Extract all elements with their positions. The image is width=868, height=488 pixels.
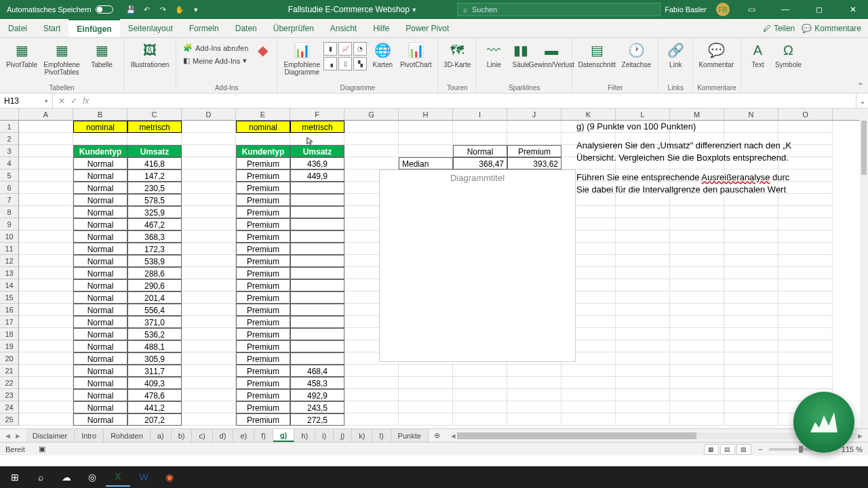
row-header[interactable]: 20 — [0, 352, 19, 365]
cell[interactable]: Premium — [236, 340, 290, 352]
row-header[interactable]: 15 — [0, 291, 19, 304]
cell[interactable]: Kundentyp — [236, 145, 290, 157]
column-header[interactable]: F — [290, 108, 344, 120]
cell[interactable]: Normal — [73, 401, 127, 413]
cell[interactable]: 147,2 — [127, 169, 182, 182]
sheet-tab[interactable]: b) — [172, 429, 193, 442]
close-button[interactable]: ✕ — [841, 0, 865, 19]
undo-icon[interactable]: ↶ — [142, 4, 153, 15]
text-button[interactable]: AText — [745, 39, 771, 68]
cell[interactable]: 409,3 — [127, 377, 182, 389]
column-header[interactable]: M — [670, 108, 724, 120]
row-headers[interactable]: 1234567891011121314151617181920212223242… — [0, 121, 19, 426]
cell[interactable]: Premium — [236, 157, 290, 169]
column-header[interactable]: D — [182, 108, 236, 120]
cell[interactable]: Premium — [236, 206, 290, 218]
row-header[interactable]: 4 — [0, 157, 19, 169]
dropdown-icon[interactable]: ▾ — [191, 4, 201, 15]
column-header[interactable]: K — [561, 108, 616, 120]
cell[interactable]: 243,5 — [290, 401, 344, 413]
cell[interactable] — [290, 218, 344, 230]
row-header[interactable]: 6 — [0, 182, 19, 194]
scroll-left-icon[interactable]: ◄ — [450, 432, 457, 440]
firefox-taskbar-icon[interactable]: ◉ — [157, 468, 182, 487]
get-addins-button[interactable]: 🧩Add-Ins abrufen — [180, 42, 251, 54]
cell[interactable]: 288,6 — [127, 267, 182, 279]
cell[interactable]: Premium — [236, 194, 290, 206]
cell[interactable]: Normal — [73, 206, 127, 218]
fx-icon[interactable]: fx — [83, 96, 89, 106]
cell[interactable]: Normal — [73, 255, 127, 267]
cell[interactable]: 436,9 — [290, 157, 344, 169]
user-avatar[interactable]: FB — [716, 3, 730, 16]
row-header[interactable]: 8 — [0, 206, 19, 218]
cell[interactable]: 368,47 — [453, 157, 507, 169]
tab-power pivot[interactable]: Power Pivot — [397, 19, 457, 37]
cell[interactable]: Umsatz — [127, 145, 182, 157]
cell[interactable]: 578,5 — [127, 194, 182, 206]
page-break-button[interactable]: ▧ — [736, 444, 751, 455]
name-box[interactable]: H13▾ — [0, 94, 53, 108]
cell[interactable]: Umsatz — [290, 145, 344, 157]
cell[interactable]: Normal — [73, 413, 127, 426]
page-layout-button[interactable]: ▤ — [720, 444, 735, 455]
bar-chart-icon[interactable]: ▮ — [323, 42, 337, 56]
row-header[interactable]: 19 — [0, 340, 19, 352]
cell[interactable]: Normal — [73, 352, 127, 365]
cell[interactable] — [290, 352, 344, 365]
cell[interactable] — [290, 243, 344, 255]
column-header[interactable]: E — [236, 108, 290, 120]
row-header[interactable]: 11 — [0, 243, 19, 255]
cell[interactable]: Premium — [236, 328, 290, 340]
cell[interactable] — [290, 304, 344, 316]
macro-rec-icon[interactable]: ▣ — [39, 445, 45, 453]
cell[interactable]: 172,3 — [127, 243, 182, 255]
cell[interactable]: Premium — [236, 255, 290, 267]
column-header[interactable]: O — [778, 108, 833, 120]
sheet-tab[interactable]: c) — [192, 429, 212, 442]
cell[interactable]: 467,2 — [127, 218, 182, 230]
cell[interactable]: nominal — [236, 121, 290, 133]
cell[interactable]: 207,2 — [127, 413, 182, 426]
tab-einfügen[interactable]: Einfügen — [68, 19, 119, 37]
row-header[interactable]: 14 — [0, 279, 19, 291]
prev-sheet-icon[interactable]: ◄ — [4, 432, 12, 440]
cell[interactable]: 488,1 — [127, 340, 182, 352]
cell[interactable]: Normal — [453, 145, 507, 157]
tab-formeln[interactable]: Formeln — [181, 19, 227, 37]
cell[interactable]: Premium — [236, 304, 290, 316]
cell[interactable]: Normal — [73, 389, 127, 401]
cell[interactable] — [290, 328, 344, 340]
cell[interactable]: Median — [399, 157, 453, 169]
search-input[interactable]: ⌕ Suchen — [457, 3, 660, 16]
cell[interactable]: Normal — [73, 328, 127, 340]
cell[interactable]: Kundentyp — [73, 145, 127, 157]
cell[interactable]: Normal — [73, 316, 127, 328]
sheet-tab[interactable]: k) — [352, 429, 372, 442]
tab-ansicht[interactable]: Ansicht — [322, 19, 365, 37]
doc-dropdown-icon[interactable]: ▾ — [412, 5, 416, 14]
expand-formula-icon[interactable]: ⌄ — [856, 94, 868, 108]
task-view-icon[interactable]: ◎ — [80, 468, 104, 487]
cell[interactable]: 536,2 — [127, 328, 182, 340]
tab-überprüfen[interactable]: Überprüfen — [265, 19, 322, 37]
select-all-corner[interactable] — [0, 108, 19, 121]
cell[interactable]: Premium — [236, 230, 290, 243]
row-header[interactable]: 5 — [0, 169, 19, 182]
sheet-tab[interactable]: a) — [151, 429, 172, 442]
tab-daten[interactable]: Daten — [227, 19, 265, 37]
column-header[interactable]: L — [616, 108, 670, 120]
cell[interactable] — [290, 316, 344, 328]
cell[interactable]: metrisch — [290, 121, 344, 133]
row-header[interactable]: 3 — [0, 145, 19, 157]
row-header[interactable]: 24 — [0, 401, 19, 413]
excel-taskbar-icon[interactable]: X — [106, 468, 130, 487]
cell[interactable]: Premium — [236, 413, 290, 426]
hier-chart-icon[interactable]: ▗ — [323, 57, 337, 70]
touch-icon[interactable]: ✋ — [174, 4, 185, 15]
cell[interactable]: 458,3 — [290, 377, 344, 389]
cancel-fx-icon[interactable]: ✕ — [58, 96, 65, 106]
cell[interactable]: Premium — [236, 169, 290, 182]
cell[interactable]: Normal — [73, 279, 127, 291]
row-header[interactable]: 1 — [0, 121, 19, 133]
